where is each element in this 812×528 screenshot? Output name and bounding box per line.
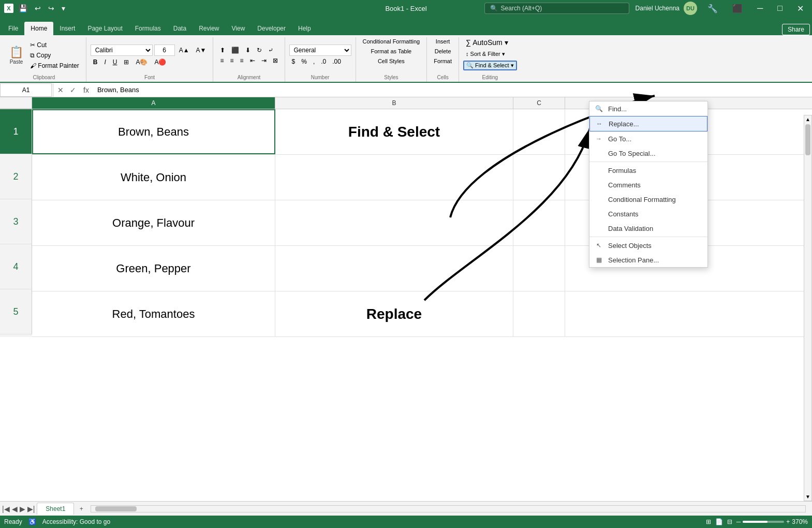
- cell-a3[interactable]: Orange, Flavour: [32, 200, 275, 245]
- menu-item-selection-pane[interactable]: ▦ Selection Pane...: [589, 253, 707, 267]
- italic-button[interactable]: I: [101, 57, 108, 67]
- font-family-select[interactable]: Calibri: [91, 45, 153, 56]
- tab-developer[interactable]: Developer: [251, 22, 292, 35]
- customize-quick-btn[interactable]: ▾: [60, 3, 67, 13]
- paste-button[interactable]: 📋 Paste: [6, 45, 26, 67]
- conditional-formatting-btn[interactable]: Conditional Formatting: [360, 37, 423, 46]
- tab-page-layout[interactable]: Page Layout: [81, 22, 128, 35]
- comma-btn[interactable]: ,: [311, 57, 317, 66]
- menu-item-find[interactable]: 🔍 Find...: [589, 101, 707, 116]
- row-number-5[interactable]: 5: [0, 289, 32, 334]
- format-as-table-btn[interactable]: Format as Table: [368, 47, 415, 55]
- tab-data[interactable]: Data: [167, 22, 193, 35]
- underline-button[interactable]: U: [110, 57, 120, 67]
- cell-a2[interactable]: White, Onion: [32, 155, 275, 200]
- page-layout-view-btn[interactable]: 📄: [715, 518, 723, 525]
- number-format-select[interactable]: General: [289, 45, 351, 56]
- align-right-btn[interactable]: ≡: [238, 56, 246, 65]
- sort-filter-btn[interactable]: ↕ Sort & Filter ▾: [463, 50, 508, 58]
- maximize-btn[interactable]: □: [773, 2, 787, 15]
- cell-a5[interactable]: Red, Tomantoes: [32, 291, 275, 336]
- menu-item-goto[interactable]: → Go To...: [589, 131, 707, 146]
- col-header-b[interactable]: B: [275, 97, 513, 109]
- share-button[interactable]: Share: [782, 24, 810, 35]
- text-direction-btn[interactable]: ↻: [254, 46, 264, 55]
- zoom-out-btn[interactable]: ─: [736, 518, 741, 525]
- horizontal-scrollbar[interactable]: [91, 505, 806, 512]
- page-break-view-btn[interactable]: ⊟: [727, 518, 732, 525]
- tab-file[interactable]: File: [2, 22, 24, 35]
- ribbon-display-btn[interactable]: ⬛: [728, 2, 747, 16]
- sheet-last-btn[interactable]: ▶|: [27, 505, 35, 513]
- tab-home[interactable]: Home: [24, 22, 53, 35]
- sheet-prev-btn[interactable]: ◀: [12, 505, 18, 513]
- decimal-decrease-btn[interactable]: .0: [318, 57, 329, 66]
- align-middle-btn[interactable]: ⬛: [229, 46, 242, 55]
- bold-button[interactable]: B: [91, 57, 100, 67]
- percent-btn[interactable]: %: [299, 57, 309, 66]
- user-avatar[interactable]: DU: [684, 2, 697, 15]
- undo-quick-btn[interactable]: ↩: [33, 3, 43, 13]
- border-button[interactable]: ⊞: [121, 57, 131, 67]
- align-bottom-btn[interactable]: ⬇: [243, 46, 253, 55]
- menu-item-comments[interactable]: Comments: [589, 178, 707, 192]
- formula-input[interactable]: [93, 86, 812, 94]
- row-number-3[interactable]: 3: [0, 199, 32, 244]
- align-center-btn[interactable]: ≡: [228, 56, 237, 65]
- delete-cells-btn[interactable]: Delete: [432, 47, 454, 55]
- normal-view-btn[interactable]: ⊞: [706, 518, 711, 525]
- cell-a1[interactable]: Brown, Beans: [32, 109, 275, 154]
- format-painter-button[interactable]: 🖌 Format Painter: [27, 61, 82, 70]
- sheet-first-btn[interactable]: |◀: [2, 505, 10, 513]
- row-number-1[interactable]: 1: [0, 109, 32, 154]
- row-number-4[interactable]: 4: [0, 244, 32, 289]
- minimize-btn[interactable]: ─: [753, 2, 767, 15]
- tab-help[interactable]: Help: [292, 22, 317, 35]
- tab-insert[interactable]: Insert: [53, 22, 81, 35]
- cell-c4[interactable]: [513, 246, 565, 291]
- cell-b4[interactable]: [275, 246, 513, 291]
- select-all-corner[interactable]: [0, 97, 32, 109]
- indent-decrease-btn[interactable]: ⇤: [247, 56, 258, 65]
- menu-item-select-objects[interactable]: ↖ Select Objects: [589, 238, 707, 253]
- cell-c1[interactable]: [513, 109, 565, 154]
- cell-c5[interactable]: [513, 291, 565, 336]
- tab-view[interactable]: View: [226, 22, 252, 35]
- cell-styles-btn[interactable]: Cell Styles: [375, 57, 407, 65]
- sheet-add-btn[interactable]: +: [76, 504, 86, 514]
- menu-item-constants[interactable]: Constants: [589, 207, 707, 221]
- h-scrollbar-thumb[interactable]: [95, 506, 137, 511]
- scrollbar-up-btn[interactable]: ▲: [804, 115, 811, 123]
- cell-b1[interactable]: Find & Select: [275, 109, 513, 154]
- cut-button[interactable]: ✂ Cut: [27, 40, 82, 50]
- cell-b5[interactable]: Replace: [275, 291, 513, 336]
- accessibility-icon[interactable]: ♿: [28, 518, 36, 525]
- align-left-btn[interactable]: ≡: [217, 56, 226, 65]
- sheet-tab-sheet1[interactable]: Sheet1: [37, 503, 74, 515]
- format-cells-btn[interactable]: Format: [431, 57, 454, 65]
- font-size-increase-btn[interactable]: A▲: [176, 46, 192, 55]
- col-header-c[interactable]: C: [513, 97, 565, 109]
- wrap-text-btn[interactable]: ⤶: [265, 46, 276, 55]
- col-header-a[interactable]: A: [32, 97, 275, 109]
- scrollbar-thumb-v[interactable]: [805, 124, 810, 155]
- settings-btn[interactable]: 🔧: [703, 2, 722, 16]
- font-color-button[interactable]: A🔴: [152, 57, 169, 67]
- indent-increase-btn[interactable]: ⇥: [259, 56, 269, 65]
- tab-formulas[interactable]: Formulas: [129, 22, 167, 35]
- decimal-increase-btn[interactable]: .00: [330, 57, 344, 66]
- close-btn[interactable]: ✕: [793, 2, 808, 16]
- cancel-formula-btn[interactable]: ✕: [54, 86, 67, 94]
- tab-review[interactable]: Review: [193, 22, 225, 35]
- cell-b3[interactable]: [275, 200, 513, 245]
- currency-btn[interactable]: $: [289, 57, 298, 66]
- menu-item-data-validation[interactable]: Data Validation: [589, 221, 707, 236]
- function-icon[interactable]: fx: [79, 86, 93, 94]
- redo-quick-btn[interactable]: ↪: [46, 3, 56, 13]
- sheet-next-btn[interactable]: ▶: [20, 505, 25, 513]
- align-top-btn[interactable]: ⬆: [217, 46, 228, 55]
- scrollbar-down-btn[interactable]: ▼: [804, 493, 811, 501]
- find-select-btn[interactable]: 🔍 Find & Select ▾: [463, 61, 517, 70]
- zoom-slider[interactable]: [743, 521, 784, 523]
- row-number-2[interactable]: 2: [0, 154, 32, 199]
